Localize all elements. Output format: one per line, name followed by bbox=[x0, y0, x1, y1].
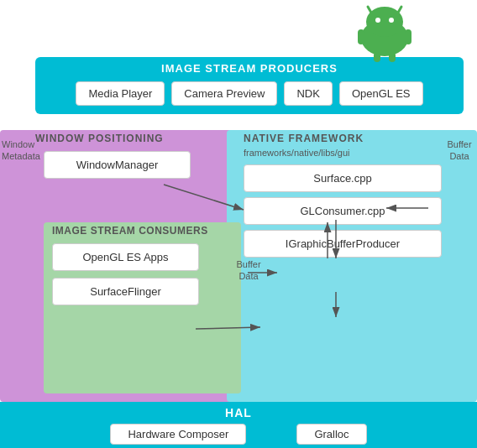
consumer-surfaceflinger: SurfaceFlinger bbox=[52, 278, 199, 305]
native-framework-title: NATIVE FRAMEWORK bbox=[244, 133, 442, 144]
hal-section: HAL Hardware Composer Gralloc bbox=[0, 402, 477, 448]
buffer-data-mid-label: BufferData bbox=[233, 258, 265, 283]
window-positioning-title: WINDOW POSITIONING bbox=[35, 133, 228, 144]
svg-point-5 bbox=[389, 18, 394, 23]
hal-gralloc: Gralloc bbox=[296, 424, 366, 445]
window-manager-box: WindowManager bbox=[44, 151, 191, 179]
window-positioning-section: WINDOW POSITIONING WindowManager bbox=[35, 133, 228, 179]
consumers-title: IMAGE STREAM CONSUMERS bbox=[52, 225, 237, 237]
hal-title: HAL bbox=[225, 406, 252, 419]
svg-point-3 bbox=[366, 7, 403, 37]
producer-opengl-es: OpenGL ES bbox=[339, 81, 423, 106]
svg-point-4 bbox=[375, 18, 380, 23]
svg-rect-6 bbox=[358, 29, 364, 44]
surface-cpp-box: Surface.cpp bbox=[244, 164, 442, 192]
producer-camera-preview: Camera Preview bbox=[171, 81, 277, 106]
hal-hardware-composer: Hardware Composer bbox=[110, 424, 246, 445]
image-stream-consumers-section: IMAGE STREAM CONSUMERS OpenGL ES Apps Su… bbox=[52, 225, 237, 312]
hal-row: Hardware Composer Gralloc bbox=[110, 424, 366, 445]
native-framework-section: NATIVE FRAMEWORK frameworks/native/libs/… bbox=[244, 133, 442, 263]
svg-rect-8 bbox=[374, 52, 380, 62]
producers-row: Media Player Camera Preview NDK OpenGL E… bbox=[44, 81, 455, 106]
buffer-data-right-label: BufferData bbox=[443, 138, 475, 163]
consumer-opengl-es-apps: OpenGL ES Apps bbox=[52, 243, 199, 271]
diagram-container: IMAGE STREAM PRODUCERS Media Player Came… bbox=[0, 0, 477, 448]
glconsumer-cpp-box: GLConsumer.cpp bbox=[244, 197, 442, 225]
igraphicbufferproducer-box: IGraphicBufferProducer bbox=[244, 230, 442, 258]
producer-media-player: Media Player bbox=[76, 81, 165, 106]
producer-ndk: NDK bbox=[284, 81, 332, 106]
svg-rect-9 bbox=[389, 52, 396, 62]
android-robot bbox=[351, 0, 427, 59]
window-metadata-label: WindowMetadata bbox=[2, 138, 34, 163]
image-stream-producers: IMAGE STREAM PRODUCERS Media Player Came… bbox=[35, 57, 464, 114]
svg-rect-7 bbox=[405, 29, 411, 44]
native-framework-path: frameworks/native/libs/gui bbox=[244, 148, 442, 158]
producers-title: IMAGE STREAM PRODUCERS bbox=[44, 62, 455, 75]
